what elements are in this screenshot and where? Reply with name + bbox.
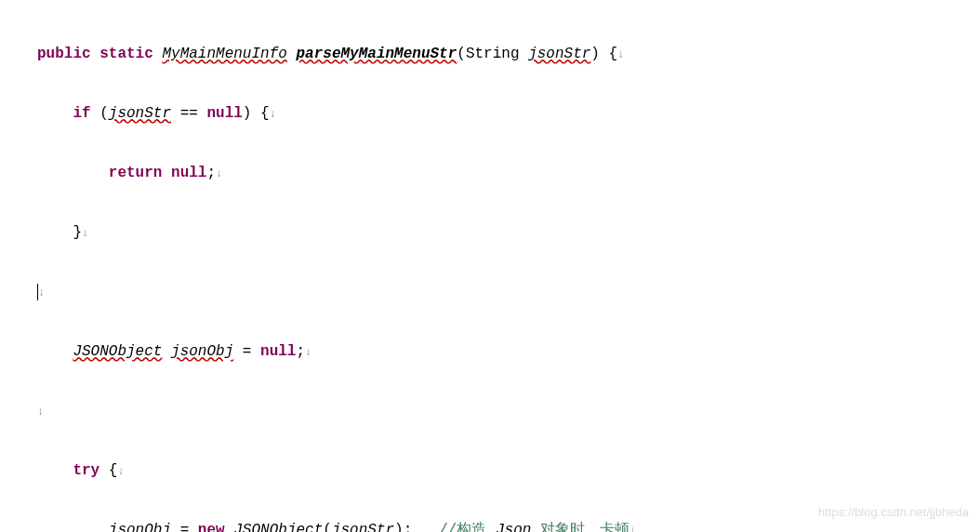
variable: jsonStr (109, 105, 171, 122)
arrow-icon: ↓ (37, 406, 44, 419)
arrow-icon: ↓ (82, 227, 88, 240)
arrow-icon: ↓ (270, 108, 276, 121)
arrow-icon: ↓ (38, 286, 45, 299)
watermark: https://blog.csdn.net/jjbheda (818, 500, 969, 525)
variable: jsonStr (332, 522, 394, 532)
code-line-1: public static MyMainMenuInfo parseMyMain… (37, 39, 943, 69)
code-line-4: }↓ (37, 218, 943, 247)
arrow-icon: ↓ (617, 48, 624, 61)
code-line-2: if (jsonStr == null) {↓ (37, 99, 943, 128)
param: jsonStr (528, 46, 590, 62)
method-name: parseMyMainMenuStr (296, 46, 457, 62)
keyword: try (73, 462, 99, 479)
variable: jsonObj (109, 522, 171, 532)
type: JSONObject (233, 522, 323, 532)
keyword: public static (37, 46, 153, 62)
code-line-9: jsonObj = new JSONObject(jsonStr); //构造 … (37, 515, 943, 532)
arrow-icon: ↓ (216, 167, 222, 180)
keyword: null (260, 343, 296, 360)
code-line-3: return null;↓ (37, 158, 943, 188)
type: JSONObject (73, 343, 162, 360)
code-line-8: try {↓ (37, 456, 943, 485)
keyword: if (73, 105, 90, 122)
keyword: null (206, 105, 242, 122)
code-line-7: ↓ (37, 396, 943, 426)
keyword: return null (109, 165, 207, 181)
arrow-icon: ↓ (117, 465, 124, 478)
code-line-6: JSONObject jsonObj = null;↓ (37, 337, 943, 366)
code-line-5: ↓ (37, 277, 943, 307)
keyword: new (198, 522, 225, 532)
comment: //构造 (439, 522, 496, 532)
comment-word: Json (496, 522, 531, 532)
arrow-icon: ↓ (629, 525, 636, 532)
code-block: public static MyMainMenuInfo parseMyMain… (0, 0, 980, 532)
variable: jsonObj (171, 343, 233, 360)
arrow-icon: ↓ (305, 346, 311, 359)
type: MyMainMenuInfo (162, 46, 286, 62)
